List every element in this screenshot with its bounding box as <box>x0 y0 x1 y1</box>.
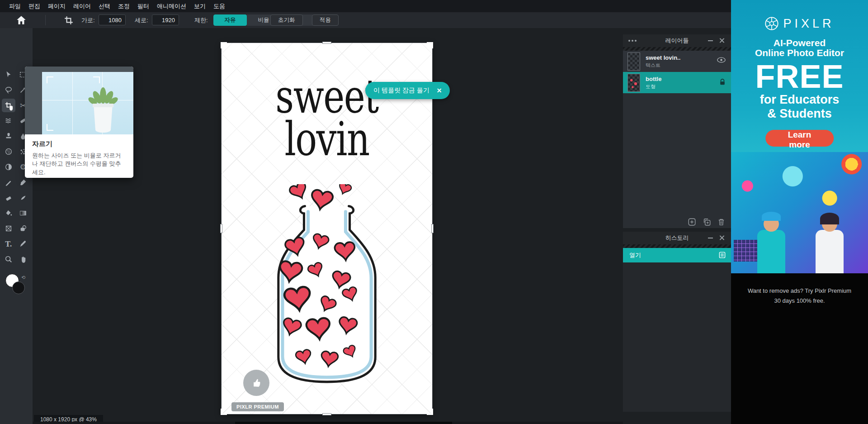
clone-stamp-tool[interactable] <box>2 129 15 143</box>
smudge-tool[interactable] <box>16 191 30 205</box>
crop-tool[interactable] <box>2 99 15 112</box>
lock-shape-tool[interactable] <box>16 222 30 235</box>
eraser-tool[interactable] <box>2 191 15 205</box>
duplicate-layer-icon[interactable] <box>703 218 711 226</box>
fill-tool[interactable] <box>2 206 15 220</box>
ad-promo-line1: Want to remove ads? Try Pixlr Premium <box>731 286 868 296</box>
tooltip-description: 원하는 사이즈 또는 비율로 자르거나 재단하고 캔버스의 수평을 맞추세요. <box>32 152 126 176</box>
gradient-tool[interactable] <box>16 206 30 220</box>
menu-file[interactable]: 파일 <box>9 2 21 10</box>
menu-adjust[interactable]: 조정 <box>118 2 130 10</box>
background-color-swatch[interactable] <box>12 281 25 294</box>
menu-animation[interactable]: 애니메이션 <box>157 2 186 10</box>
width-input[interactable] <box>99 14 126 25</box>
tool-options-bar: 가로: 세로: 제한: 자유 비율 규격 초기화 적용 <box>0 12 731 28</box>
panel-hatch-divider <box>623 47 731 51</box>
pixlr-app: 파일 편집 페이지 레이어 선택 조정 필터 애니메이션 보기 도움 가로: 세… <box>0 0 868 424</box>
height-input[interactable] <box>152 14 179 25</box>
layer-lock-icon[interactable] <box>719 78 726 86</box>
layers-panel-header: 레이어들 <box>623 34 731 47</box>
zoom-tool[interactable] <box>2 252 15 266</box>
history-close-icon[interactable] <box>719 235 725 241</box>
layer-thumbnail <box>627 74 640 92</box>
crop-handle-top-right[interactable] <box>427 42 433 48</box>
layer-type: 텍스트 <box>646 62 680 69</box>
lasso-tool[interactable] <box>2 83 15 97</box>
history-panel-title: 히스토리 <box>665 234 689 242</box>
layer-name: bottle <box>646 76 661 82</box>
ad-promo-text: Want to remove ads? Try Pixlr Premium 30… <box>731 286 868 306</box>
text-tool[interactable] <box>2 237 15 251</box>
home-icon[interactable] <box>15 14 27 26</box>
learn-more-button[interactable]: Learn more <box>765 130 834 147</box>
layer-name: sweet lovin.. <box>646 54 680 61</box>
layers-minimize-icon[interactable] <box>708 40 713 41</box>
crop-bracket-icon <box>47 76 53 83</box>
liquify-tool[interactable] <box>2 114 15 128</box>
arrange-tool[interactable] <box>2 68 15 81</box>
layer-row-text[interactable]: sweet lovin.. 텍스트 <box>623 51 731 72</box>
ad-column: PIXLR AI-Powered Online Photo Editor FRE… <box>731 0 868 424</box>
add-layer-icon[interactable] <box>688 218 696 226</box>
layers-menu-icon[interactable] <box>628 40 637 42</box>
menu-help[interactable]: 도움 <box>213 2 225 10</box>
layers-panel-title: 레이어들 <box>665 37 689 45</box>
menu-layer[interactable]: 레이어 <box>73 2 91 10</box>
crop-tooltip-preview <box>25 67 133 134</box>
layer-row-bottle[interactable]: bottle 도형 <box>623 72 731 93</box>
layer-thumbnail <box>627 52 640 71</box>
hand-cursor-icon <box>7 104 14 112</box>
pixlr-aperture-icon <box>764 16 779 31</box>
unlock-close-icon[interactable]: ✕ <box>437 87 442 94</box>
crop-handle-bottom-left[interactable] <box>221 409 227 415</box>
layers-empty-area <box>623 93 731 215</box>
plant-illustration <box>84 84 123 134</box>
crop-handle-bottom[interactable] <box>322 413 331 415</box>
swap-colors-icon[interactable] <box>21 273 25 281</box>
history-document-icon <box>719 252 726 258</box>
premium-watermark-icon <box>243 370 269 396</box>
pixlr-logo: PIXLR <box>731 16 868 31</box>
eyedropper-tool[interactable] <box>16 237 30 251</box>
menu-view[interactable]: 보기 <box>194 2 206 10</box>
hand-tool[interactable] <box>16 252 30 266</box>
unlock-template-button[interactable]: 이 템플릿 잠금 풀기 ✕ <box>365 82 450 99</box>
crop-handle-right[interactable] <box>431 224 434 233</box>
ad-person-left <box>757 216 785 273</box>
menu-edit[interactable]: 편집 <box>28 2 40 10</box>
layer-visibility-icon[interactable] <box>717 57 726 63</box>
horizontal-scrollbar[interactable] <box>33 422 623 424</box>
layers-close-icon[interactable] <box>719 38 725 43</box>
crop-handle-top[interactable] <box>322 42 331 44</box>
history-panel-header: 히스토리 <box>623 232 731 244</box>
panel-column: 레이어들 sweet lovin.. 텍스트 bottle 도 <box>623 28 731 424</box>
constraint-free-button[interactable]: 자유 <box>213 14 247 26</box>
menu-page[interactable]: 페이지 <box>48 2 66 10</box>
frame-tool[interactable] <box>2 222 15 235</box>
history-minimize-icon[interactable] <box>708 238 713 238</box>
pen-tool[interactable] <box>2 176 15 189</box>
crop-handle-left[interactable] <box>220 224 222 233</box>
pixlr-ad[interactable]: PIXLR AI-Powered Online Photo Editor FRE… <box>731 0 868 273</box>
layer-type: 도형 <box>646 83 661 90</box>
menu-filter[interactable]: 필터 <box>137 2 149 10</box>
menu-select[interactable]: 선택 <box>99 2 110 10</box>
crop-handle-bottom-right[interactable] <box>427 409 433 415</box>
horizontal-scrollbar-thumb[interactable] <box>235 422 452 424</box>
history-panel: 히스토리 열기 <box>623 232 731 412</box>
apply-button[interactable]: 적용 <box>312 14 339 26</box>
pixelate-tool[interactable] <box>2 145 15 158</box>
ad-collage <box>731 152 868 273</box>
history-entry-open[interactable]: 열기 <box>623 248 731 262</box>
crop-handle-top-left[interactable] <box>221 42 227 48</box>
reset-button[interactable]: 초기화 <box>270 14 303 26</box>
delete-layer-icon[interactable] <box>718 218 725 226</box>
crop-bracket-icon <box>93 76 100 83</box>
ad-tagline-1: AI-Powered <box>731 38 868 48</box>
dodge-burn-tool[interactable] <box>2 160 15 174</box>
premium-badge: PIXLR PREMIUM <box>231 402 284 411</box>
height-label: 세로: <box>135 16 148 24</box>
toolbar-divider <box>45 15 46 25</box>
pixlr-wordmark: PIXLR <box>783 17 834 31</box>
tooltip-title: 자르기 <box>32 140 126 148</box>
